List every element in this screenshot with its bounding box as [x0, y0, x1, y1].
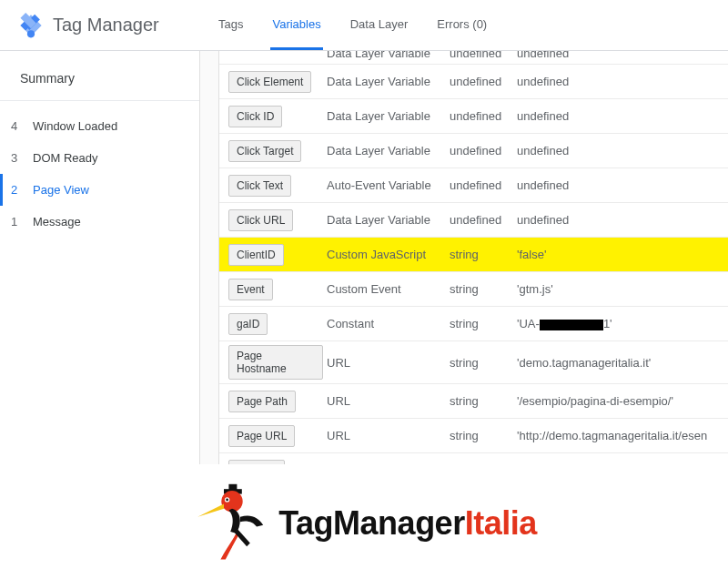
variable-return-type: string [450, 317, 517, 330]
variable-row: EventCustom Eventstring'gtm.js' [219, 272, 728, 307]
variable-name-cell: Click URL [219, 206, 327, 235]
variable-name-cell: Referrer [219, 456, 327, 465]
app-header: Tag Manager TagsVariablesData LayerError… [0, 0, 728, 51]
sidebar: Summary 4Window Loaded3DOM Ready2Page Vi… [0, 51, 200, 464]
variable-type: HTTP Referrer [327, 463, 450, 464]
content-panel: Data Layer VariableundefinedundefinedCli… [200, 51, 728, 464]
event-index: 1 [11, 215, 25, 229]
variable-name-cell [219, 51, 327, 57]
variable-value: 'http://demo.tagmanageritalia.it/esen [517, 429, 728, 442]
footer-brand: TagManagerItalia [0, 464, 728, 579]
variable-row: Click TextAuto-Event Variableundefinedun… [219, 168, 728, 203]
variable-name-cell: ClientID [219, 240, 327, 269]
variable-chip[interactable]: Referrer [228, 460, 285, 465]
variable-type: Custom JavaScript [327, 248, 450, 261]
variables-table: Data Layer VariableundefinedundefinedCli… [218, 51, 728, 464]
tab-data-layer[interactable]: Data Layer [349, 1, 410, 50]
variable-value: 'gtm.js' [517, 282, 728, 296]
variable-row: Click TargetData Layer Variableundefined… [219, 134, 728, 168]
variable-row: Page URLURLstring'http://demo.tagmanager… [219, 419, 728, 453]
variable-name-cell: gaID [219, 310, 327, 339]
variable-chip[interactable]: Click Target [228, 140, 301, 162]
event-row[interactable]: 4Window Loaded [0, 110, 199, 142]
variable-name-cell: Event [219, 275, 327, 304]
tab-tags[interactable]: Tags [217, 1, 245, 50]
variable-chip[interactable]: Click ID [228, 106, 282, 127]
summary-heading[interactable]: Summary [0, 64, 199, 101]
variable-chip[interactable]: Click URL [228, 209, 293, 231]
variable-row: ReferrerHTTP Referrerstring'http://demo.… [219, 453, 728, 464]
event-row[interactable]: 1Message [0, 206, 199, 238]
variable-name-cell: Click Target [219, 137, 327, 166]
svg-point-7 [227, 499, 229, 502]
tab-errors-0-[interactable]: Errors (0) [435, 1, 489, 50]
variable-value: undefined [517, 144, 728, 157]
variable-row: Data Layer Variableundefinedundefined [219, 51, 728, 65]
variable-row: Click IDData Layer Variableundefinedunde… [219, 99, 728, 134]
svg-marker-8 [197, 503, 224, 516]
tab-variables[interactable]: Variables [270, 1, 322, 50]
woodpecker-logo-icon [191, 482, 273, 564]
variable-return-type: undefined [450, 213, 517, 227]
variable-value: undefined [517, 75, 728, 88]
variable-type: Data Layer Variable [327, 144, 450, 157]
variable-return-type: undefined [450, 144, 517, 157]
app-title: Tag Manager [53, 15, 159, 36]
brand-part2: Italia [465, 504, 537, 542]
brand-text: TagManagerItalia [278, 504, 536, 543]
event-index: 2 [11, 183, 25, 197]
variable-type: URL [327, 356, 450, 370]
variable-return-type: string [450, 248, 517, 261]
variable-row: Click URLData Layer Variableundefinedund… [219, 203, 728, 238]
variable-chip[interactable]: Click Text [228, 175, 291, 197]
variable-type: URL [327, 394, 450, 408]
variable-chip[interactable]: gaID [228, 313, 268, 335]
svg-rect-4 [229, 484, 238, 491]
variable-return-type: undefined [450, 178, 517, 192]
event-label: Page View [33, 183, 89, 197]
variable-type: Auto-Event Variable [327, 178, 450, 192]
variable-type: Constant [327, 317, 450, 330]
variable-value: 'false' [517, 248, 728, 261]
tabs: TagsVariablesData LayerErrors (0) [217, 1, 489, 50]
event-label: DOM Ready [33, 151, 98, 165]
variable-return-type: string [450, 356, 517, 370]
variable-value: 'demo.tagmanageritalia.it' [517, 356, 728, 370]
gtm-logo-icon [18, 13, 44, 38]
variable-chip[interactable]: Page Hostname [228, 345, 323, 380]
variable-name-cell: Click Element [219, 67, 327, 96]
variable-value: undefined [517, 178, 728, 192]
variable-type: Data Layer Variable [327, 213, 450, 227]
variable-chip[interactable]: Event [228, 279, 273, 300]
event-row[interactable]: 3DOM Ready [0, 142, 199, 174]
variable-row: Page PathURLstring'/esempio/pagina-di-es… [219, 384, 728, 419]
variable-chip[interactable]: Page URL [228, 425, 295, 447]
variable-type: Custom Event [327, 282, 450, 296]
main-area: Summary 4Window Loaded3DOM Ready2Page Vi… [0, 51, 728, 464]
variable-row: gaIDConstantstring'UA-1' [219, 307, 728, 341]
variable-name-cell: Click ID [219, 102, 327, 131]
variable-return-type: string [450, 463, 517, 464]
variable-return-type: string [450, 429, 517, 442]
variable-chip[interactable]: ClientID [228, 244, 284, 266]
variable-return-type: undefined [450, 51, 517, 60]
variable-chip[interactable]: Page Path [228, 391, 296, 412]
variable-value: '/esempio/pagina-di-esempio/' [517, 394, 728, 408]
variable-name-cell: Page Path [219, 387, 327, 416]
variable-row: ClientIDCustom JavaScriptstring'false' [219, 238, 728, 272]
variable-type: Data Layer Variable [327, 51, 450, 60]
event-index: 4 [11, 119, 25, 133]
event-list: 4Window Loaded3DOM Ready2Page View1Messa… [0, 101, 199, 238]
variable-name-cell: Page URL [219, 422, 327, 451]
variable-type: Data Layer Variable [327, 109, 450, 123]
svg-point-2 [27, 30, 35, 37]
brand-part1: TagManager [278, 504, 464, 542]
variable-row: Page HostnameURLstring'demo.tagmanagerit… [219, 341, 728, 384]
variable-chip[interactable]: Click Element [228, 71, 311, 93]
event-index: 3 [11, 151, 25, 165]
variable-type: URL [327, 429, 450, 442]
event-row[interactable]: 2Page View [0, 174, 199, 206]
variable-name-cell: Page Hostname [219, 341, 327, 383]
variable-value: 'http://demo.tagmanageritalia.it/esen [517, 463, 728, 464]
variable-value: 'UA-1' [517, 317, 728, 330]
